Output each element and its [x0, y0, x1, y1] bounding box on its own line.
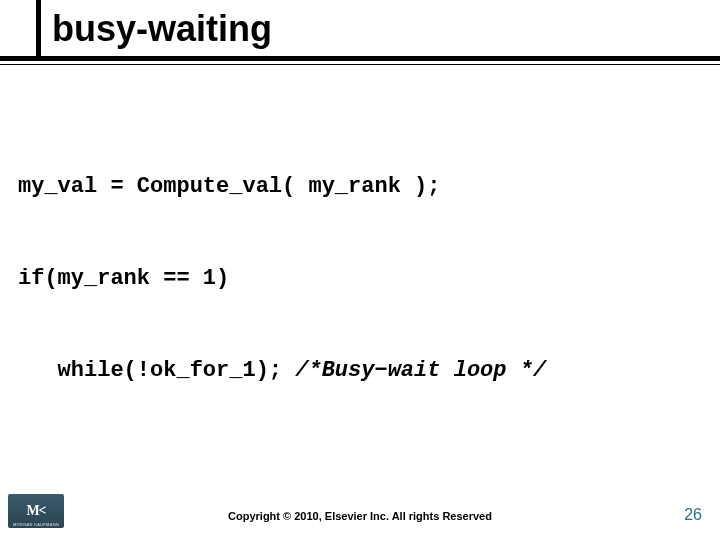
slide-title: busy-waiting — [52, 8, 272, 50]
page-number: 26 — [684, 506, 702, 524]
code-line-2: if(my_rank == 1) — [18, 264, 710, 295]
code-content: my_val = Compute_val( my_rank ); if(my_r… — [18, 110, 710, 540]
title-decor-vline — [36, 0, 41, 56]
code-line-3-comment: /*Busy−wait loop */ — [295, 358, 546, 383]
code-line-3: while(!ok_for_1); /*Busy−wait loop */ — [18, 356, 710, 387]
copyright-text: Copyright © 2010, Elsevier Inc. All righ… — [0, 510, 720, 522]
code-line-1: my_val = Compute_val( my_rank ); — [18, 172, 710, 203]
footer: M< MORGAN KAUFMANN Copyright © 2010, Els… — [0, 488, 720, 528]
logo-subtext: MORGAN KAUFMANN — [8, 522, 64, 527]
title-decor-hline-thick — [0, 56, 720, 61]
title-decor-hline-thin — [0, 64, 720, 65]
code-block-1: my_val = Compute_val( my_rank ); if(my_r… — [18, 110, 710, 449]
title-bar: busy-waiting — [0, 0, 720, 68]
code-line-3-code: while(!ok_for_1); — [18, 358, 295, 383]
